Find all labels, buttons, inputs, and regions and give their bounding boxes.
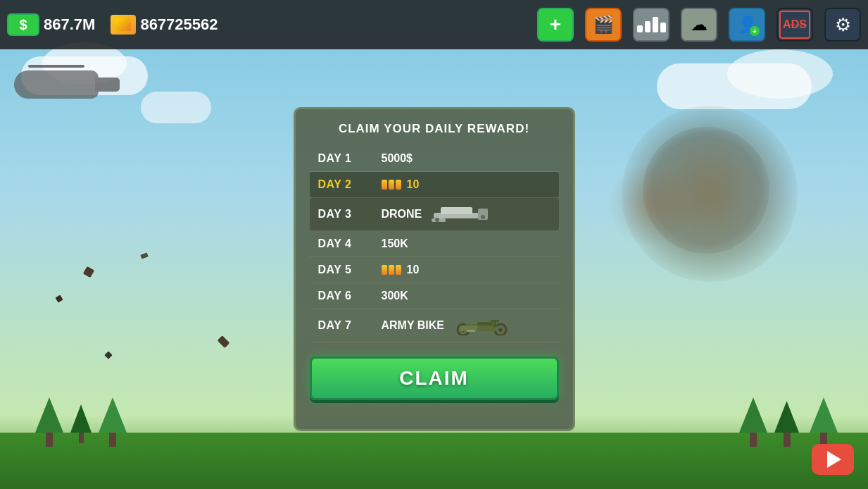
hud-bar: $ 867.7M 867725562 + 🎬 ☁ 👤 + ADS (0, 0, 868, 49)
day5-label: DAY 5 (318, 264, 382, 276)
svg-rect-1 (441, 207, 472, 214)
cloud-button[interactable]: ☁ (681, 8, 717, 42)
day1-label: DAY 1 (318, 152, 382, 165)
gold-bars-icon-5 (382, 265, 401, 275)
reward-row-day5: DAY 5 10 (310, 257, 559, 283)
day5-value: 10 (382, 264, 551, 276)
add-person-button[interactable]: 👤 + (729, 8, 765, 42)
day3-label: DAY 3 (318, 208, 382, 221)
clapperboard-icon: 🎬 (593, 15, 614, 35)
play-icon (827, 451, 841, 468)
day1-value: 5000$ (382, 152, 551, 165)
svg-point-5 (481, 215, 485, 219)
reward-row-day1: DAY 1 5000$ (310, 146, 559, 172)
money-value: 867.7M (44, 16, 95, 34)
reward-row-day4: DAY 4 150K (310, 231, 559, 257)
svg-rect-14 (477, 322, 493, 326)
video-button[interactable]: 🎬 (585, 8, 622, 42)
day7-value: ARMY BIKE (382, 316, 551, 335)
ads-button[interactable]: ADS (776, 8, 813, 42)
day4-value: 150K (382, 237, 551, 250)
day6-label: DAY 6 (318, 290, 382, 302)
day2-value: 10 (382, 178, 551, 191)
daily-reward-dialog: CLAIM YOUR DAILY REWARD! DAY 1 5000$ DAY… (294, 107, 575, 431)
gold-value: 867725562 (140, 16, 218, 34)
plus-icon: + (550, 13, 561, 36)
day3-value: DRONE (382, 204, 551, 224)
bike-image (453, 316, 512, 335)
day4-label: DAY 4 (318, 237, 382, 250)
dollar-sign: $ (19, 17, 27, 33)
gold-display: 867725562 (111, 15, 218, 35)
reward-row-day6: DAY 6 300K (310, 283, 559, 309)
money-display: $ 867.7M (7, 13, 95, 36)
money-icon: $ (7, 13, 39, 36)
day7-label: DAY 7 (318, 319, 382, 332)
day6-value: 300K (382, 290, 551, 302)
dialog-overlay: CLAIM YOUR DAILY REWARD! DAY 1 5000$ DAY… (0, 49, 868, 489)
svg-point-9 (498, 328, 503, 332)
cloud-icon: ☁ (691, 15, 707, 35)
chart-icon (637, 17, 666, 32)
reward-row-day3: DAY 3 DRONE (310, 198, 559, 231)
add-badge: + (750, 26, 760, 36)
svg-point-4 (435, 218, 439, 222)
gold-icon (111, 15, 136, 35)
youtube-button[interactable] (812, 444, 854, 475)
claim-button[interactable]: CLAIM (310, 357, 559, 400)
reward-list: DAY 1 5000$ DAY 2 10 DAY 3 (310, 146, 559, 342)
dialog-title: CLAIM YOUR DAILY REWARD! (310, 122, 559, 136)
day2-label: DAY 2 (318, 178, 382, 191)
reward-row-day7: DAY 7 ARMY BIKE (310, 309, 559, 342)
drone-image (430, 204, 493, 224)
gold-bars-icon (382, 180, 401, 190)
svg-rect-15 (467, 330, 475, 332)
settings-button[interactable]: ⚙ (824, 8, 861, 42)
gear-icon: ⚙ (835, 14, 851, 36)
chart-button[interactable] (633, 8, 669, 42)
add-button[interactable]: + (537, 8, 574, 42)
ads-icon: ADS (783, 18, 807, 31)
svg-rect-13 (491, 320, 499, 322)
reward-row-day2: DAY 2 10 (310, 172, 559, 198)
